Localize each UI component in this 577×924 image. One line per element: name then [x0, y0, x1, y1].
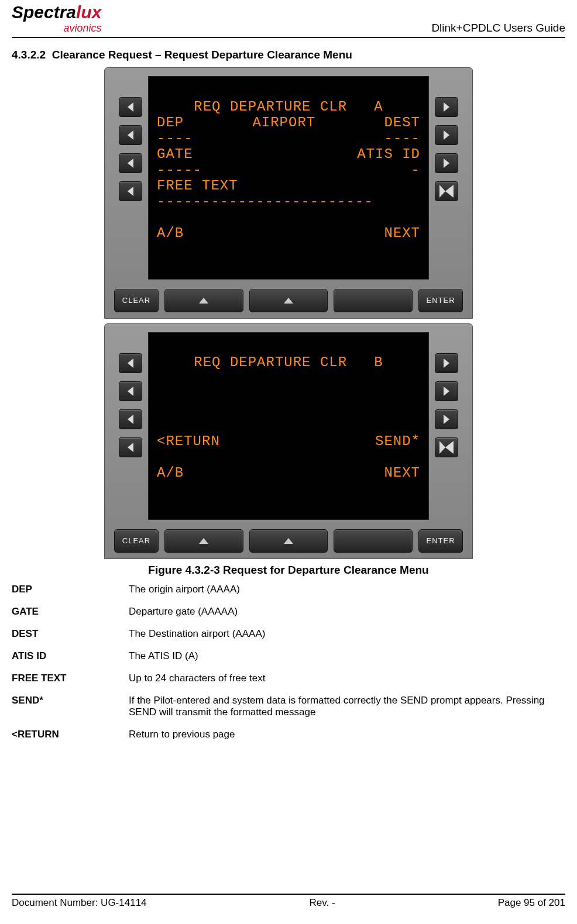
def-desc: Up to 24 characters of free text — [129, 673, 565, 684]
cdu-bottom-bar-b: CLEAR ENTER — [111, 525, 466, 553]
rocker-2[interactable] — [249, 289, 328, 312]
lsk-r2[interactable] — [435, 125, 458, 145]
up-arrow-icon — [284, 298, 293, 304]
page-footer: Document Number: UG-14114 Rev. - Page 95… — [12, 894, 565, 909]
section-title: Clearance Request – Request Departure Cl… — [52, 49, 352, 61]
def-term: ATIS ID — [12, 650, 123, 662]
cdu-panel-a: REQ DEPARTURE CLR ADEPAIRPORTDEST-------… — [104, 67, 473, 319]
next-prompt[interactable]: NEXT — [384, 225, 420, 241]
def-desc: The Destination airport (AAAA) — [129, 628, 565, 640]
lsk-l3-b[interactable] — [119, 409, 142, 429]
lsk-right-col — [435, 76, 462, 284]
def-term: DEP — [12, 584, 123, 595]
enter-button[interactable]: ENTER — [418, 289, 463, 312]
up-arrow-icon — [199, 538, 208, 544]
enter-button-b[interactable]: ENTER — [418, 529, 463, 553]
lsk-r2-b[interactable] — [435, 381, 458, 401]
page-number: Page 95 of 201 — [498, 897, 565, 909]
lsk-l2-b[interactable] — [119, 381, 142, 401]
send-prompt[interactable]: SEND* — [375, 433, 420, 449]
cdu-panel-b: REQ DEPARTURE CLR B<RETURNSEND*A/BNEXT C… — [104, 323, 473, 559]
lsk-l1[interactable] — [119, 97, 142, 117]
definitions-list: DEP The origin airport (AAAA) GATE Depar… — [12, 584, 565, 740]
def-desc: If the Pilot-entered and system data is … — [129, 695, 565, 718]
lsk-back-b[interactable] — [435, 437, 458, 457]
section-heading: 4.3.2.2 Clearance Request – Request Depa… — [12, 49, 565, 61]
dest-label: DEST — [384, 115, 420, 130]
screen-title: REQ DEPARTURE CLR A — [194, 99, 383, 115]
clear-button-b[interactable]: CLEAR — [114, 529, 159, 553]
lsk-r3[interactable] — [435, 153, 458, 173]
cdu-bottom-bar-a: CLEAR ENTER — [111, 284, 466, 312]
gate-field[interactable]: ----- — [157, 162, 202, 178]
def-term: <RETURN — [12, 729, 123, 740]
clear-button[interactable]: CLEAR — [114, 289, 159, 312]
lsk-left-col-b — [115, 332, 142, 525]
dest-field[interactable]: ---- — [384, 130, 420, 146]
doc-number: Document Number: UG-14114 — [12, 897, 147, 909]
lsk-l4-b[interactable] — [119, 437, 142, 457]
dep-label: DEP — [157, 115, 184, 130]
ab-prompt[interactable]: A/B — [157, 225, 184, 241]
up-arrow-icon — [199, 298, 208, 304]
lsk-left-col — [115, 76, 142, 284]
def-term: FREE TEXT — [12, 673, 123, 684]
free-text-label: FREE TEXT — [157, 178, 238, 194]
def-term: DEST — [12, 628, 123, 640]
page-header: Spectralux avionics Dlink+CPDLC Users Gu… — [12, 0, 565, 38]
logo: Spectralux avionics — [12, 2, 101, 35]
rocker-3b[interactable] — [334, 529, 413, 553]
section-number: 4.3.2.2 — [12, 49, 46, 61]
logo-subtext: avionics — [63, 22, 101, 34]
rocker-1b[interactable] — [164, 529, 243, 553]
atis-id-field[interactable]: - — [411, 162, 420, 178]
def-desc: The origin airport (AAAA) — [129, 584, 565, 595]
free-text-field[interactable]: ------------------------ — [157, 194, 373, 209]
figure-caption: Figure 4.3.2-3 Request for Departure Cle… — [12, 564, 565, 577]
lsk-right-col-b — [435, 332, 462, 525]
gate-label: GATE — [157, 146, 193, 162]
def-desc: The ATIS ID (A) — [129, 650, 565, 662]
rocker-2b[interactable] — [249, 529, 328, 553]
lsk-r3-b[interactable] — [435, 409, 458, 429]
logo-text-b: lux — [76, 2, 101, 22]
revision: Rev. - — [310, 897, 335, 909]
up-arrow-icon — [284, 538, 293, 544]
def-term: GATE — [12, 606, 123, 618]
ab-prompt-b[interactable]: A/B — [157, 465, 184, 481]
airport-label: AIRPORT — [252, 115, 315, 130]
lsk-back[interactable] — [435, 181, 458, 201]
screen-title-b: REQ DEPARTURE CLR B — [194, 354, 383, 370]
def-desc: Departure gate (AAAAA) — [129, 606, 565, 618]
next-prompt-b[interactable]: NEXT — [384, 465, 420, 481]
lsk-l3[interactable] — [119, 153, 142, 173]
atis-id-label: ATIS ID — [357, 146, 420, 162]
lsk-l4[interactable] — [119, 181, 142, 201]
cdu-screen-a: REQ DEPARTURE CLR ADEPAIRPORTDEST-------… — [148, 76, 429, 280]
rocker-3[interactable] — [334, 289, 413, 312]
def-desc: Return to previous page — [129, 729, 565, 740]
doc-title: Dlink+CPDLC Users Guide — [431, 22, 565, 35]
lsk-l1-b[interactable] — [119, 353, 142, 373]
lsk-r1-b[interactable] — [435, 353, 458, 373]
lsk-r1[interactable] — [435, 97, 458, 117]
rocker-1[interactable] — [164, 289, 243, 312]
return-prompt[interactable]: <RETURN — [157, 433, 220, 449]
def-term: SEND* — [12, 695, 123, 718]
cdu-screen-b: REQ DEPARTURE CLR B<RETURNSEND*A/BNEXT — [148, 332, 429, 520]
dep-field[interactable]: ---- — [157, 130, 193, 146]
lsk-l2[interactable] — [119, 125, 142, 145]
logo-text-a: Spectra — [12, 2, 76, 22]
